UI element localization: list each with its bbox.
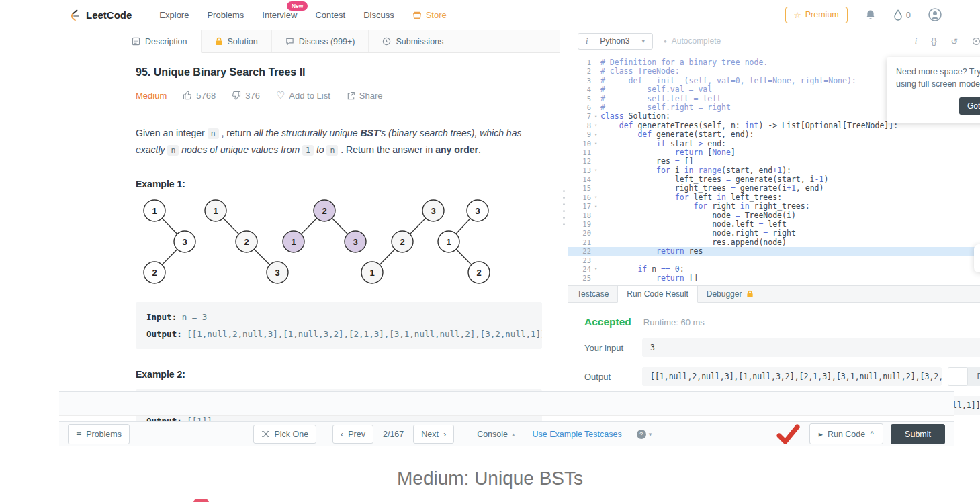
example1-block: Input: n = 3 Output: [[1,null,2,null,3],… [136, 302, 542, 349]
format-braces-icon[interactable]: {} [931, 36, 936, 46]
settings-icon[interactable] [972, 37, 980, 46]
prev-button[interactable]: ‹ Prev [332, 425, 373, 444]
dislike-button[interactable]: 376 [232, 91, 260, 101]
next-button[interactable]: Next › [413, 425, 454, 444]
svg-text:3: 3 [353, 237, 357, 247]
nav-item-discuss[interactable]: Discuss [363, 10, 394, 20]
submissions-clock-icon [382, 37, 391, 46]
points-indicator[interactable]: 0 [893, 9, 911, 21]
notifications-bell-icon[interactable] [865, 9, 876, 21]
submit-button[interactable]: Submit [891, 424, 945, 444]
svg-text:1: 1 [213, 206, 218, 216]
svg-text:3: 3 [182, 237, 187, 247]
svg-text:3: 3 [275, 268, 279, 278]
bottom-action-bar [59, 391, 954, 416]
fullscreen-tip-text: Need more space? Try using full screen m… [896, 66, 980, 90]
output-label: Output [584, 372, 642, 382]
problem-meta: Medium 5768 376 ♡ [136, 89, 542, 111]
top-nav: LeetCode Explore Problems Interview New … [59, 0, 954, 30]
tab-submissions[interactable]: Submissions [369, 30, 457, 52]
problem-position: 2/167 [383, 430, 404, 439]
problems-button[interactable]: ≡ Problems [68, 424, 130, 444]
panel-resize-divider[interactable] [560, 30, 568, 421]
status-accepted: Accepted [584, 316, 631, 328]
editor-header: i Python3 ▾ ● Autocomplete i {} ↺ [568, 30, 980, 52]
dislike-count: 376 [245, 91, 260, 101]
svg-text:1: 1 [369, 268, 374, 278]
status-row: Accepted Runtime: 60 ms [584, 316, 980, 328]
nav-item-problems[interactable]: Problems [207, 10, 244, 20]
new-feature-badge: New [287, 1, 308, 11]
add-to-list-button[interactable]: ♡ Add to List [276, 89, 330, 101]
shuffle-icon [261, 430, 269, 438]
new-badge-card[interactable]: NEW [974, 244, 980, 272]
problem-content: 95. Unique Binary Search Trees II Medium… [118, 53, 560, 421]
pick-one-button[interactable]: Pick One [253, 425, 316, 444]
svg-text:2: 2 [322, 206, 326, 216]
language-select[interactable]: i Python3 ▾ [578, 33, 653, 50]
your-input-value[interactable]: 3 [642, 338, 980, 357]
premium-button[interactable]: ☆ Premium [785, 7, 848, 23]
example1-heading: Example 1: [136, 179, 542, 189]
svg-text:3: 3 [431, 206, 435, 216]
red-check-cursor [776, 424, 800, 444]
nav-item-explore[interactable]: Explore [159, 10, 189, 20]
nav-item-store[interactable]: Store [412, 10, 447, 20]
avatar[interactable] [928, 8, 942, 21]
example1-diagram: 132123213321312 [136, 197, 559, 293]
tab-discuss[interactable]: Discuss (999+) [272, 30, 369, 52]
output-value: [[1]] [187, 416, 212, 421]
example2-heading: Example 2: [136, 369, 542, 380]
info-icon[interactable]: i [915, 36, 917, 46]
like-button[interactable]: 5768 [183, 91, 216, 101]
nav-item-contest[interactable]: Contest [315, 10, 345, 20]
autocomplete-toggle[interactable]: ● Autocomplete [664, 36, 721, 46]
problem-title: 95. Unique Binary Search Trees II [136, 66, 542, 79]
share-button[interactable]: Share [347, 91, 383, 101]
tab-run-code-result[interactable]: Run Code Result [617, 286, 697, 303]
tab-testcase[interactable]: Testcase [568, 286, 617, 302]
difficulty-badge: Medium [136, 91, 167, 101]
droplet-icon [893, 9, 903, 21]
dot-icon: ● [664, 38, 667, 44]
brand-name: LeetCode [86, 9, 132, 21]
use-example-testcases-link[interactable]: Use Example Testcases [533, 430, 622, 439]
caret-down-icon: ▾ [649, 431, 652, 438]
problem-tabbar: Description Solution Discuss (999+) [118, 30, 560, 53]
discuss-icon [285, 37, 294, 46]
lock-icon [215, 37, 223, 46]
problem-panel: Description Solution Discuss (999+) [118, 30, 560, 421]
console-toggle[interactable]: Console ▴ [477, 430, 515, 439]
like-count: 5768 [196, 91, 216, 101]
run-caret-icon: ^ [870, 430, 874, 439]
svg-text:2: 2 [244, 237, 249, 247]
tab-solution[interactable]: Solution [202, 30, 272, 52]
leetcode-logo[interactable]: LeetCode [67, 7, 132, 22]
output-row: Output [[1,null,2,null,3],[1,null,3,2],[… [584, 367, 980, 386]
diff-toggle-knob[interactable] [948, 367, 968, 386]
output-value: [[1,null,2,null,3],[1,null,3,2],[2,1,3],… [642, 367, 942, 386]
your-input-label: Your input [584, 343, 642, 353]
svg-text:3: 3 [475, 206, 480, 216]
divider-drag-handle[interactable] [563, 190, 565, 230]
problem-description: Given an integer n , return all the stru… [136, 125, 542, 158]
tab-debugger[interactable]: Debugger [698, 286, 763, 302]
nav-item-interview[interactable]: Interview New [262, 10, 297, 20]
console-tabbar: Testcase Run Code Result Debugger ⌄ [568, 285, 980, 303]
got-it-button[interactable]: Got it! [959, 97, 980, 115]
svg-text:1: 1 [446, 237, 451, 247]
testcase-help[interactable]: ? ▾ [637, 430, 652, 439]
chevron-right-icon: › [443, 430, 446, 439]
cut-off-red-icon [193, 499, 209, 502]
svg-text:1: 1 [152, 206, 157, 216]
output-label: Output: [146, 416, 182, 421]
list-icon: ≡ [76, 429, 81, 440]
tab-description[interactable]: Description [118, 30, 202, 53]
bottom-action-bar: ≡ Problems Pick One ‹ Prev 2/167 Next › … [59, 421, 954, 446]
output-value: [[1,null,2,null,3],[1,null,3,2],[2,1,3],… [187, 329, 542, 339]
input-label: Input: [146, 312, 177, 322]
language-value: Python3 [600, 36, 629, 46]
run-code-button[interactable]: ▸ Run Code ^ [809, 423, 883, 444]
diff-toggle[interactable]: Diff [948, 367, 980, 386]
reset-code-icon[interactable]: ↺ [951, 36, 958, 46]
